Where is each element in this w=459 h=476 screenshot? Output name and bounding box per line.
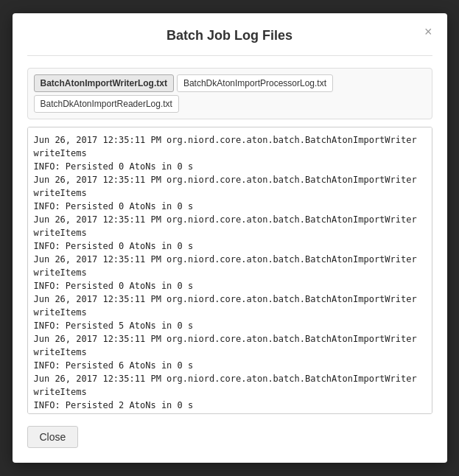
modal-close-x-button[interactable]: ×	[424, 25, 432, 38]
batch-job-log-modal: Batch Job Log Files × BatchAtonImportWri…	[13, 13, 447, 463]
tab-button-1[interactable]: BatchDkAtonImportProcessorLog.txt	[177, 74, 333, 92]
tab-button-2[interactable]: BatchDkAtonImportReaderLog.txt	[34, 95, 179, 113]
modal-header: Batch Job Log Files ×	[27, 28, 432, 56]
modal-title: Batch Job Log Files	[167, 28, 292, 43]
modal-footer: Close	[27, 414, 432, 448]
close-modal-button[interactable]: Close	[27, 426, 79, 448]
log-content-text: Jun 26, 2017 12:35:11 PM org.niord.core.…	[34, 133, 426, 414]
tab-button-0[interactable]: BatchAtonImportWriterLog.txt	[34, 74, 174, 92]
tabs-row: BatchAtonImportWriterLog.txtBatchDkAtonI…	[27, 68, 432, 119]
log-content-wrapper[interactable]: Jun 26, 2017 12:35:11 PM org.niord.core.…	[27, 127, 432, 414]
